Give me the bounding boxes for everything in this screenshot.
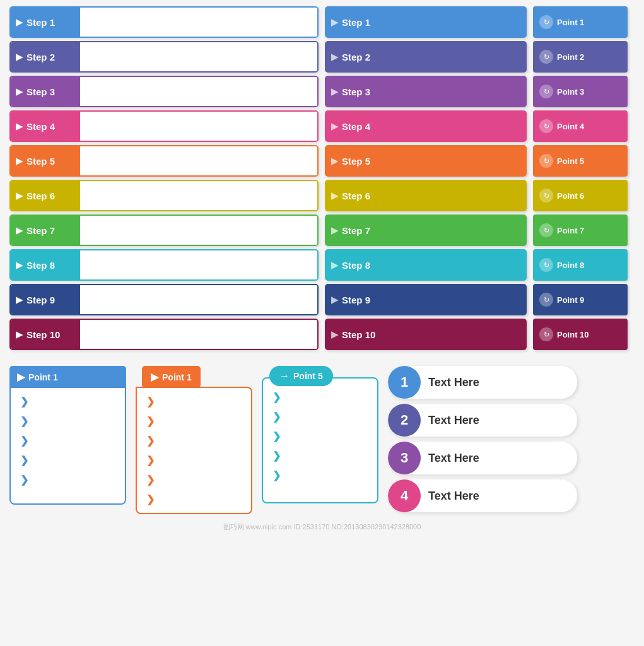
point-tag-10: ↻ Point 10 xyxy=(533,319,628,350)
point-tag-5: ↻ Point 5 xyxy=(533,145,628,177)
point-tag-1: ↻ Point 1 xyxy=(533,6,628,38)
solid-label-9: Step 9 xyxy=(342,295,370,305)
blue-bullet-2: ❯ xyxy=(20,415,115,427)
point-circle-2: ↻ xyxy=(539,50,553,64)
solid-label-1: Step 1 xyxy=(342,17,370,28)
num-circle-4: 4 xyxy=(388,479,421,512)
watermark-container: 图巧网 www.nipic.com ID:2531170 NO:20130830… xyxy=(9,520,635,532)
step-outline-9: ▶ Step 9 xyxy=(9,284,319,315)
teal-bullet-5: ❯ xyxy=(272,469,368,481)
step-content-8 xyxy=(80,250,317,279)
solid-label-8: Step 8 xyxy=(342,260,370,271)
step-content-2 xyxy=(80,42,317,71)
arrow-icon-4: ▶ xyxy=(16,121,23,131)
num-item-2: 2 Text Here xyxy=(388,404,577,437)
step-outline-6: ▶ Step 6 xyxy=(9,180,319,211)
solid-step-4: ▶ Step 4 xyxy=(325,110,527,142)
arrow-icon-9: ▶ xyxy=(16,295,23,305)
orange-bullet-1: ❯ xyxy=(146,396,242,408)
num-item-4: 4 Text Here xyxy=(388,479,577,512)
num-circle-1: 1 xyxy=(388,366,421,399)
orange-bullet-5: ❯ xyxy=(146,474,242,486)
point-tag-8: ↻ Point 8 xyxy=(533,249,628,281)
point-label-10: Point 10 xyxy=(557,330,589,339)
solid-step-5: ▶ Step 5 xyxy=(325,145,527,177)
step-label-6: Step 6 xyxy=(26,191,55,201)
teal-bullet-2: ❯ xyxy=(272,411,368,423)
solid-step-10: ▶ Step 10 xyxy=(325,319,527,350)
step-label-5: Step 5 xyxy=(26,156,55,167)
step-content-3 xyxy=(80,77,317,106)
point-label-1: Point 1 xyxy=(557,18,584,27)
step-label-8: Step 8 xyxy=(26,260,55,271)
solid-arrow-5: ▶ xyxy=(331,156,338,166)
point-label-3: Point 3 xyxy=(557,87,584,97)
arrow-icon-6: ▶ xyxy=(16,191,23,201)
numbered-list: 1 Text Here 2 Text Here 3 Text Here 4 Te… xyxy=(388,366,577,512)
solid-arrow-8: ▶ xyxy=(331,260,338,270)
solid-arrow-6: ▶ xyxy=(331,191,338,201)
point-label-9: Point 9 xyxy=(557,295,584,305)
solid-step-3: ▶ Step 3 xyxy=(325,76,527,107)
step-content-10 xyxy=(80,320,317,349)
arrow-icon-8: ▶ xyxy=(16,260,23,270)
solid-step-7: ▶ Step 7 xyxy=(325,214,527,246)
arrow-icon-3: ▶ xyxy=(16,86,23,97)
step-outline-3: ▶ Step 3 xyxy=(9,76,319,107)
solid-label-4: Step 4 xyxy=(342,121,370,132)
blue-panel-arrow: ▶ xyxy=(17,371,25,383)
solid-label-7: Step 7 xyxy=(342,225,370,236)
point-circle-8: ↻ xyxy=(539,258,553,272)
point-tags-column: ↻ Point 1 ↻ Point 2 ↻ Point 3 ↻ Point 4 … xyxy=(533,6,628,350)
step-content-5 xyxy=(80,146,317,175)
teal-panel: → Point 5 ❯ ❯ ❯ ❯ ❯ xyxy=(262,366,378,503)
arrow-icon-7: ▶ xyxy=(16,225,23,235)
solid-arrow-10: ▶ xyxy=(331,329,338,339)
step-label-3: Step 3 xyxy=(26,86,55,97)
step-content-4 xyxy=(80,112,317,141)
solid-step-9: ▶ Step 9 xyxy=(325,284,527,315)
solid-label-2: Step 2 xyxy=(342,52,370,62)
step-label-7: Step 7 xyxy=(26,225,55,236)
solid-label-10: Step 10 xyxy=(342,329,375,340)
step-outline-8: ▶ Step 8 xyxy=(9,249,319,281)
blue-bullet-5: ❯ xyxy=(20,474,115,486)
step-label-10: Step 10 xyxy=(26,329,60,340)
orange-bullet-4: ❯ xyxy=(146,454,242,466)
step-content-9 xyxy=(80,285,317,314)
num-text-4: Text Here xyxy=(428,490,479,503)
step-outline-10: ▶ Step 10 xyxy=(9,319,319,350)
num-item-1: 1 Text Here xyxy=(388,366,577,399)
orange-panel-arrow: ▶ xyxy=(151,371,158,383)
point-circle-6: ↻ xyxy=(539,189,553,203)
solid-step-1: ▶ Step 1 xyxy=(325,6,527,38)
point-tag-3: ↻ Point 3 xyxy=(533,76,628,107)
main-container: ▶ Step 1 ▶ Step 2 ▶ Step 3 xyxy=(0,0,644,538)
solid-arrow-3: ▶ xyxy=(331,86,338,97)
blue-panel: ▶ Point 1 ❯ ❯ ❯ ❯ ❯ xyxy=(9,366,126,505)
bottom-section: ▶ Point 1 ❯ ❯ ❯ ❯ ❯ ▶ Point 1 ❯ ❯ ❯ ❯ xyxy=(9,366,635,514)
point-tag-6: ↻ Point 6 xyxy=(533,180,628,211)
point-label-4: Point 4 xyxy=(557,122,584,131)
point-tag-9: ↻ Point 9 xyxy=(533,284,628,315)
step-outline-1: ▶ Step 1 xyxy=(9,6,319,38)
point-circle-3: ↻ xyxy=(539,85,553,98)
blue-bullet-1: ❯ xyxy=(20,396,115,408)
solid-step-8: ▶ Step 8 xyxy=(325,249,527,281)
solid-arrow-2: ▶ xyxy=(331,52,338,62)
solid-step-6: ▶ Step 6 xyxy=(325,180,527,211)
point-label-8: Point 8 xyxy=(557,261,584,270)
arrow-icon-1: ▶ xyxy=(16,17,23,27)
solid-arrow-1: ▶ xyxy=(331,17,338,27)
step-label-9: Step 9 xyxy=(26,295,55,305)
orange-panel: ▶ Point 1 ❯ ❯ ❯ ❯ ❯ ❯ xyxy=(136,366,252,514)
point-tag-2: ↻ Point 2 xyxy=(533,41,628,73)
step-content-1 xyxy=(80,8,317,37)
blue-panel-header: Point 1 xyxy=(28,372,58,382)
solid-arrow-4: ▶ xyxy=(331,121,338,131)
num-text-2: Text Here xyxy=(428,414,479,427)
point-label-6: Point 6 xyxy=(557,191,584,201)
arrow-icon-2: ▶ xyxy=(16,52,23,62)
point-circle-5: ↻ xyxy=(539,154,553,168)
arrow-icon-10: ▶ xyxy=(16,329,23,339)
